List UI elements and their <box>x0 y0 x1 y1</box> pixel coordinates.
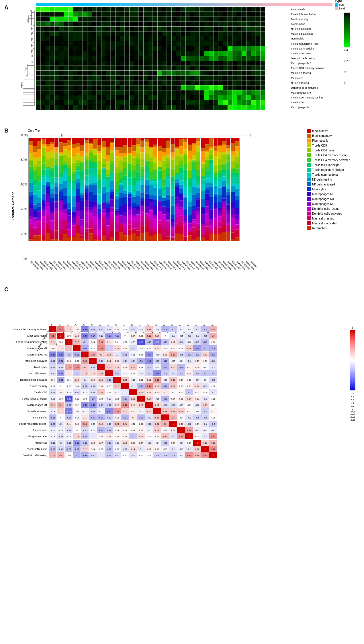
svg-text:-0.06: -0.06 <box>155 398 159 400</box>
svg-rect-722 <box>149 180 153 180</box>
svg-rect-167 <box>33 234 37 235</box>
svg-rect-1126 <box>231 192 235 201</box>
svg-rect-672 <box>136 236 140 241</box>
svg-rect-1143 <box>235 177 239 184</box>
svg-rect-860 <box>175 227 179 234</box>
panel-c-content: T cells CD4 memory activated Mast cells … <box>6 286 361 482</box>
legend-color-b-cells-naive <box>307 129 311 133</box>
svg-rect-202 <box>42 199 46 202</box>
svg-rect-1053 <box>218 146 222 152</box>
svg-rect-490 <box>102 168 106 168</box>
svg-rect-321 <box>67 165 71 168</box>
svg-rect-852 <box>175 182 179 185</box>
svg-rect-205 <box>42 211 46 216</box>
svg-text:0.22: 0.22 <box>123 379 127 381</box>
svg-text:0.19: 0.19 <box>83 373 87 375</box>
svg-text:1: 1 <box>100 366 101 368</box>
svg-text:-0.13: -0.13 <box>51 442 55 444</box>
svg-rect-248 <box>50 220 54 229</box>
svg-text:0.2: 0.2 <box>99 354 102 356</box>
svg-rect-614 <box>128 155 132 163</box>
svg-rect-509 <box>106 170 110 175</box>
svg-rect-647 <box>132 217 136 222</box>
svg-rect-850 <box>175 179 179 179</box>
svg-text:-0.12: -0.12 <box>147 417 151 419</box>
svg-rect-651 <box>132 233 136 241</box>
svg-rect-391 <box>80 197 84 201</box>
svg-rect-486 <box>102 147 106 148</box>
svg-rect-311 <box>63 213 67 219</box>
svg-text:T cells follicular helper: T cells follicular helper <box>22 397 47 400</box>
svg-text:-0.22: -0.22 <box>203 373 208 375</box>
svg-rect-431 <box>89 183 93 185</box>
svg-rect-284 <box>59 184 63 189</box>
svg-text:0.23: 0.23 <box>115 423 119 425</box>
svg-text:0.17: 0.17 <box>59 410 63 412</box>
svg-rect-619 <box>128 186 132 192</box>
svg-rect-256 <box>54 153 58 153</box>
svg-rect-819 <box>166 239 170 241</box>
svg-rect-837 <box>171 230 175 237</box>
legend-color-t-cells-cd4-mem-act <box>307 158 311 162</box>
svg-text:-0.05: -0.05 <box>131 354 135 356</box>
svg-rect-289 <box>59 201 63 211</box>
svg-rect-737 <box>153 145 157 147</box>
svg-text:0.12: 0.12 <box>147 379 151 381</box>
svg-rect-503 <box>102 228 106 236</box>
svg-rect-1004 <box>205 214 209 222</box>
svg-text:-0.04: -0.04 <box>91 429 95 431</box>
svg-rect-385 <box>80 163 84 171</box>
svg-text:NK cells resting: NK cells resting <box>29 372 47 375</box>
svg-rect-766 <box>158 180 162 189</box>
legend-color-monocytes <box>307 187 311 191</box>
row-label-19: T cells CD8 <box>291 101 341 104</box>
svg-rect-1061 <box>218 187 222 195</box>
svg-rect-1096 <box>226 151 230 153</box>
svg-rect-714 <box>145 232 149 241</box>
svg-rect-763 <box>158 167 162 170</box>
svg-rect-628 <box>128 225 132 229</box>
svg-rect-729 <box>149 202 153 209</box>
svg-rect-933 <box>192 170 196 179</box>
svg-rect-351 <box>72 217 76 224</box>
svg-text:0.03: 0.03 <box>187 379 191 381</box>
svg-text:-0.22: -0.22 <box>131 436 135 438</box>
svg-rect-754 <box>153 231 157 232</box>
svg-text:-0.14: -0.14 <box>131 347 135 349</box>
svg-rect-641 <box>132 195 136 197</box>
svg-rect-553 <box>115 182 119 189</box>
svg-rect-1017 <box>209 165 213 177</box>
svg-rect-169 <box>37 138 41 141</box>
svg-rect-747 <box>153 196 157 200</box>
svg-rect-1032 <box>214 151 218 156</box>
svg-rect-1092 <box>222 232 226 241</box>
svg-text:-0.02: -0.02 <box>171 392 175 394</box>
heatmap-canvas <box>36 7 265 110</box>
svg-text:-0.01: -0.01 <box>147 455 151 457</box>
svg-text:0: 0 <box>60 385 61 387</box>
con-label-legend: con <box>339 3 344 6</box>
svg-rect-971 <box>201 164 205 168</box>
svg-rect-395 <box>80 226 84 229</box>
svg-rect-780 <box>162 152 166 156</box>
svg-rect-389 <box>80 193 84 195</box>
svg-rect-353 <box>72 225 76 226</box>
svg-text:0.01: 0.01 <box>115 341 119 343</box>
svg-rect-422 <box>89 143 93 145</box>
svg-text:0.27: 0.27 <box>75 341 79 343</box>
svg-text:0.02: 0.02 <box>147 347 151 349</box>
svg-rect-462 <box>93 240 97 241</box>
svg-rect-154 <box>33 171 37 180</box>
svg-rect-624 <box>128 207 132 210</box>
svg-rect-365 <box>76 169 80 171</box>
svg-text:-0.28: -0.28 <box>163 398 167 400</box>
svg-rect-1135 <box>235 138 239 141</box>
svg-text:0.16: 0.16 <box>115 347 119 349</box>
svg-text:T cells CD8: T cells CD8 <box>34 391 47 394</box>
svg-rect-411 <box>85 186 89 189</box>
svg-text:0.3: 0.3 <box>172 417 174 419</box>
svg-text:-0.04: -0.04 <box>179 417 183 419</box>
svg-rect-856 <box>175 204 179 207</box>
svg-text:-0.23: -0.23 <box>83 436 87 438</box>
svg-rect-277 <box>59 153 63 156</box>
